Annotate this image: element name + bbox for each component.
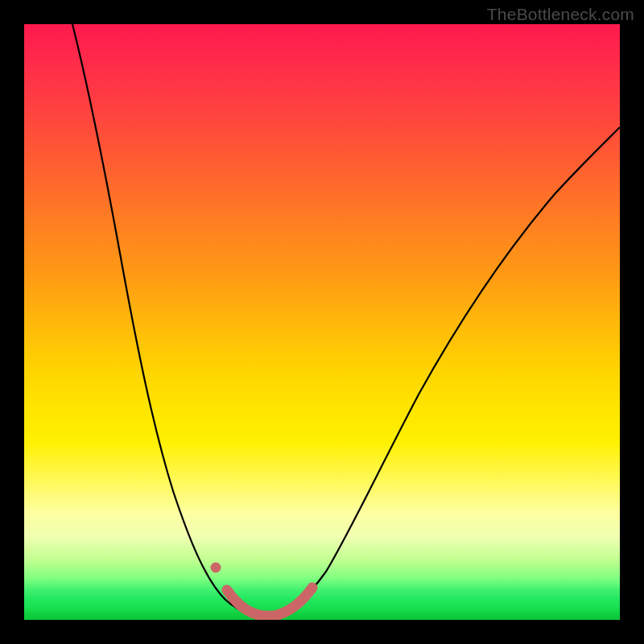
chart-container: TheBottleneck.com (0, 0, 644, 644)
marker-arc (227, 588, 312, 616)
outlier-marker-dot (211, 563, 221, 573)
bottleneck-curve-path (72, 24, 620, 617)
plot-area (24, 24, 620, 620)
highlight-marker-group (227, 588, 312, 616)
curve-svg (24, 24, 620, 620)
watermark-text: TheBottleneck.com (487, 5, 634, 24)
